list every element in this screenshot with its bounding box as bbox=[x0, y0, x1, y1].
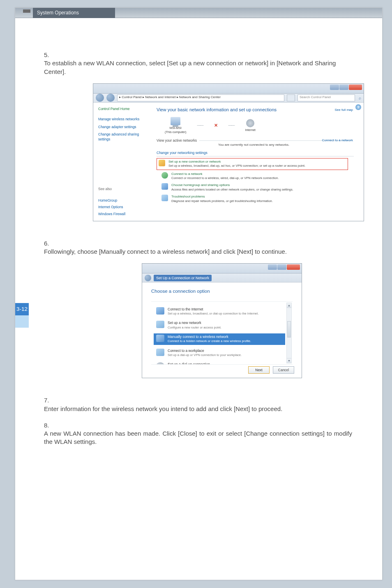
search-input[interactable]: Search Control Panel bbox=[297, 94, 355, 101]
connect-internet-icon bbox=[156, 307, 164, 315]
map-dash: —— bbox=[228, 123, 235, 128]
connect-to-network-link[interactable]: Connect to a network bbox=[322, 138, 353, 143]
option-desc: Access files and printers located on oth… bbox=[171, 188, 293, 192]
window-buttons bbox=[330, 85, 362, 90]
highlight-outline: Set up a new connection or network Set u… bbox=[157, 158, 348, 170]
option-title: Connect to a workplace bbox=[168, 349, 242, 353]
dialog-buttons: Next Cancel bbox=[248, 366, 294, 374]
option-desc: Set up a dial-up or VPN connection to yo… bbox=[168, 353, 242, 357]
map-node-internet: Internet bbox=[245, 119, 256, 132]
option-connect-internet[interactable]: Connect to the InternetSet up a wireless… bbox=[154, 306, 285, 317]
option-desc: Set up a wireless, broadband, dial-up, a… bbox=[168, 164, 305, 168]
step-7: 7. Enter information for the wireless ne… bbox=[44, 396, 360, 413]
see-also-link[interactable]: HomeGroup bbox=[98, 198, 152, 203]
option-new-network[interactable]: Set up a new networkConfigure a new rout… bbox=[154, 319, 285, 331]
sidebar-link[interactable]: Manage wireless networks bbox=[98, 117, 152, 122]
step-text: Enter information for the wireless netwo… bbox=[44, 405, 352, 413]
nav-back-icon[interactable] bbox=[145, 275, 151, 281]
breadcrumb[interactable]: ▸ Control Panel ▸ Network and Internet ▸… bbox=[117, 94, 284, 101]
minimize-button[interactable] bbox=[330, 85, 339, 90]
new-network-icon bbox=[156, 321, 164, 328]
refresh-button[interactable] bbox=[287, 94, 295, 101]
main-panel: View your basic network information and … bbox=[157, 103, 364, 221]
page-number-under bbox=[15, 315, 29, 328]
option-text: Troubleshoot problems Diagnose and repai… bbox=[171, 195, 273, 203]
option-connect-network[interactable]: Connect to a network Connect or reconnec… bbox=[161, 172, 354, 181]
pc-icon bbox=[171, 117, 180, 125]
workplace-icon bbox=[156, 349, 164, 356]
option-title: Connect to the Internet bbox=[168, 307, 258, 312]
next-button[interactable]: Next bbox=[248, 366, 270, 374]
window-titlebar bbox=[142, 264, 302, 273]
address-bar: ▸ Control Panel ▸ Network and Internet ▸… bbox=[93, 94, 364, 103]
window-titlebar bbox=[93, 84, 364, 94]
nav-forward-icon[interactable] bbox=[106, 94, 115, 102]
troubleshoot-icon bbox=[161, 195, 168, 201]
step-num: 5. bbox=[44, 51, 51, 59]
step-text: Followingly, choose [Manually connect to… bbox=[44, 248, 352, 256]
maximize-button[interactable] bbox=[277, 264, 286, 270]
setup-connection-icon bbox=[159, 160, 165, 166]
scroll-thumb[interactable] bbox=[287, 321, 291, 338]
main-heading: View your basic network information and … bbox=[157, 107, 354, 113]
scroll-down-button[interactable]: ▼ bbox=[287, 358, 291, 363]
close-button[interactable] bbox=[287, 264, 300, 270]
option-desc: Set up a wireless, broadband, or dial-up… bbox=[168, 312, 258, 316]
close-button[interactable] bbox=[349, 85, 362, 90]
screenshot-network-sharing-center: ▸ Control Panel ▸ Network and Internet ▸… bbox=[93, 83, 364, 221]
minimize-button[interactable] bbox=[268, 264, 277, 270]
option-text: Choose homegroup and sharing options Acc… bbox=[171, 183, 293, 192]
option-desc: Diagnose and repair network problems, or… bbox=[171, 199, 273, 203]
see-also-link[interactable]: Windows Firewall bbox=[98, 212, 152, 216]
nav-back-icon[interactable] bbox=[96, 94, 104, 102]
option-manual-wireless-selected[interactable]: Manually connect to a wireless networkCo… bbox=[154, 333, 285, 345]
option-troubleshoot[interactable]: Troubleshoot problems Diagnose and repai… bbox=[161, 195, 354, 203]
cancel-button[interactable]: Cancel bbox=[273, 366, 294, 374]
maximize-button[interactable] bbox=[339, 85, 348, 90]
sidebar-link[interactable]: Change advanced sharing settings bbox=[98, 132, 152, 142]
step-8: 8. A new WLAN connection has been made. … bbox=[44, 421, 360, 446]
option-setup-connection[interactable]: Set up a new connection or network Set u… bbox=[159, 160, 346, 168]
connection-options-list: Connect to the InternetSet up a wireless… bbox=[151, 301, 293, 365]
option-title: Manually connect to a wireless network bbox=[168, 335, 251, 339]
connect-network-icon bbox=[161, 172, 168, 179]
search-placeholder: Search Control Panel bbox=[300, 95, 331, 99]
map-dash: —— bbox=[197, 123, 203, 128]
homegroup-icon bbox=[161, 183, 168, 190]
active-networks-row: View your active networks Connect to a n… bbox=[157, 138, 354, 143]
option-dial-up[interactable]: Set up a dial-up connectionConnect to th… bbox=[154, 361, 285, 365]
option-title: Set up a new connection or network bbox=[168, 160, 305, 164]
option-desc: Configure a new router or access point. bbox=[168, 326, 221, 330]
option-text: Connect to a network Connect or reconnec… bbox=[171, 172, 279, 181]
not-connected-text: You are currently not connected to any n… bbox=[218, 143, 354, 147]
network-map: MSI-MSI (This computer) —— ✕ —— Internet bbox=[165, 117, 354, 134]
option-desc: Connect to a hidden network or create a … bbox=[168, 339, 251, 343]
content-area: 5. To establish a new WLAN connection, s… bbox=[44, 51, 360, 454]
scroll-up-button[interactable]: ▲ bbox=[287, 303, 291, 308]
wizard-title: Set Up a Connection or Network bbox=[154, 275, 212, 281]
option-homegroup[interactable]: Choose homegroup and sharing options Acc… bbox=[161, 183, 354, 192]
see-also-link[interactable]: Internet Options bbox=[98, 205, 152, 209]
step-num: 6. bbox=[44, 239, 51, 248]
screenshot-set-up-connection: Set Up a Connection or Network Choose a … bbox=[142, 263, 302, 378]
option-title: Troubleshoot problems bbox=[171, 195, 273, 199]
option-workplace[interactable]: Connect to a workplaceSet up a dial-up o… bbox=[154, 347, 285, 359]
sidebar-home[interactable]: Control Panel Home bbox=[98, 107, 152, 111]
change-settings-heading: Change your networking settings bbox=[157, 151, 354, 156]
step-num: 8. bbox=[44, 421, 51, 430]
option-text: Set up a new connection or network Set u… bbox=[168, 160, 305, 168]
see-full-map-link[interactable]: See full map bbox=[335, 108, 353, 113]
sidebar: Control Panel Home Manage wireless netwo… bbox=[93, 103, 157, 221]
option-title: Set up a new network bbox=[168, 321, 221, 325]
scrollbar[interactable]: ▲ ▼ bbox=[286, 303, 292, 363]
option-title: Connect to a network bbox=[171, 172, 279, 177]
option-title: Choose homegroup and sharing options bbox=[171, 183, 293, 188]
sidebar-link[interactable]: Change adapter settings bbox=[98, 125, 152, 129]
node-sub: (This computer) bbox=[165, 130, 187, 134]
step-num: 7. bbox=[44, 396, 51, 404]
wizard-body: Choose a connection option Connect to th… bbox=[142, 283, 302, 378]
globe-icon bbox=[246, 119, 254, 127]
step-text: A new WLAN connection has been made. Cli… bbox=[44, 430, 352, 446]
search-icon[interactable]: ⌕ bbox=[359, 95, 361, 101]
wizard-header: Set Up a Connection or Network bbox=[142, 273, 302, 283]
